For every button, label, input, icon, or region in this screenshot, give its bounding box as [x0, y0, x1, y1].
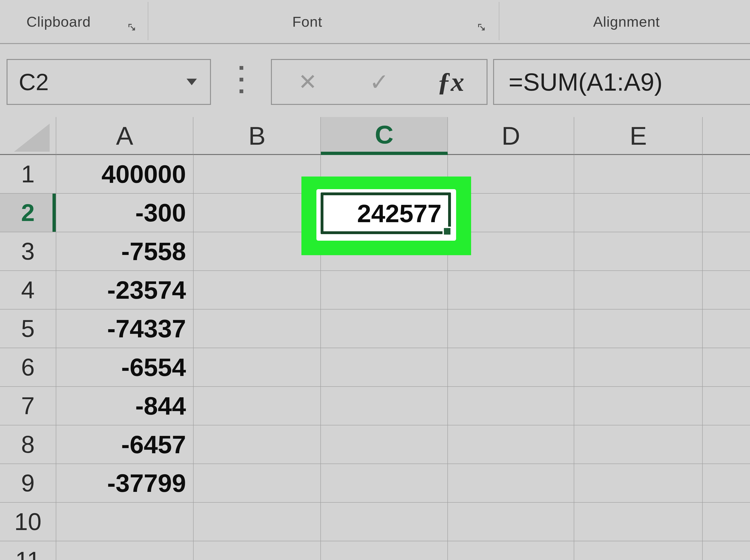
row-header-8[interactable]: 8	[0, 426, 56, 463]
cell-C4[interactable]	[321, 271, 448, 309]
name-box[interactable]: C2	[6, 59, 211, 105]
cell-B11[interactable]	[194, 541, 321, 560]
ribbon-group-font-label: Font	[260, 0, 354, 43]
cell-E6[interactable]	[574, 348, 703, 386]
cell-E4[interactable]	[574, 271, 703, 309]
cell-C6[interactable]	[321, 348, 448, 386]
cell-partial-9[interactable]	[703, 464, 750, 502]
cell-E9[interactable]	[574, 464, 703, 502]
name-box-dropdown-icon[interactable]	[186, 79, 197, 85]
column-header-row: ABCDE	[0, 117, 750, 155]
cell-C5[interactable]	[321, 310, 448, 348]
cell-B8[interactable]	[194, 426, 321, 463]
select-all-corner[interactable]	[0, 117, 56, 155]
grid-row-6: 6-6554	[0, 348, 750, 387]
cell-partial-11[interactable]	[703, 541, 750, 560]
cell-E7[interactable]	[574, 387, 703, 425]
row-header-4[interactable]: 4	[0, 271, 56, 309]
column-header-D[interactable]: D	[448, 117, 574, 155]
cell-partial-7[interactable]	[703, 387, 750, 425]
row-header-10[interactable]: 10	[0, 503, 56, 541]
cell-partial-10[interactable]	[703, 503, 750, 541]
select-all-triangle-icon	[14, 124, 50, 152]
cell-B9[interactable]	[194, 464, 321, 502]
cell-partial-3[interactable]	[703, 232, 750, 270]
cell-D11[interactable]	[448, 541, 574, 560]
grid-row-7: 7-844	[0, 387, 750, 426]
cell-A5[interactable]: -74337	[56, 310, 194, 348]
cell-C8[interactable]	[321, 426, 448, 463]
cell-B6[interactable]	[194, 348, 321, 386]
cell-partial-6[interactable]	[703, 348, 750, 386]
enter-button[interactable]: ✓	[343, 68, 415, 96]
column-header-partial[interactable]	[703, 117, 750, 155]
cell-partial-8[interactable]	[703, 426, 750, 463]
cell-partial-2[interactable]	[703, 194, 750, 232]
group-divider	[499, 2, 499, 40]
cell-B5[interactable]	[194, 310, 321, 348]
row-number: 5	[21, 315, 35, 343]
cell-E2[interactable]	[574, 194, 703, 232]
cell-D9[interactable]	[448, 464, 574, 502]
insert-function-button[interactable]: ƒx	[415, 66, 487, 97]
row-header-3[interactable]: 3	[0, 232, 56, 270]
fill-handle[interactable]	[442, 227, 452, 236]
cell-C7[interactable]	[321, 387, 448, 425]
cell-A1[interactable]: 400000	[56, 155, 194, 193]
font-dialog-launcher-icon[interactable]	[476, 22, 488, 33]
cell-C11[interactable]	[321, 541, 448, 560]
cell-E5[interactable]	[574, 310, 703, 348]
cell-E10[interactable]	[574, 503, 703, 541]
cell-E3[interactable]	[574, 232, 703, 270]
row-selection-bar	[53, 194, 56, 232]
cell-B10[interactable]	[194, 503, 321, 541]
cell-partial-5[interactable]	[703, 310, 750, 348]
cell-A6[interactable]: -6554	[56, 348, 194, 386]
row-number: 7	[21, 392, 35, 420]
row-number: 1	[21, 160, 35, 188]
formula-bar-input[interactable]: =SUM(A1:A9)	[493, 59, 750, 105]
grid-row-10: 10	[0, 503, 750, 541]
cell-A9[interactable]: -37799	[56, 464, 194, 502]
row-header-6[interactable]: 6	[0, 348, 56, 386]
column-header-A[interactable]: A	[56, 117, 194, 155]
cell-E8[interactable]	[574, 426, 703, 463]
row-header-11[interactable]: 11	[0, 541, 56, 560]
column-header-E[interactable]: E	[574, 117, 703, 155]
row-number: 9	[21, 469, 35, 497]
cell-A7[interactable]: -844	[56, 387, 194, 425]
cell-D5[interactable]	[448, 310, 574, 348]
cell-D7[interactable]	[448, 387, 574, 425]
cell-E11[interactable]	[574, 541, 703, 560]
row-header-5[interactable]: 5	[0, 310, 56, 348]
cancel-button[interactable]: ✕	[272, 69, 343, 95]
selected-cell-C2[interactable]: 242577	[321, 192, 451, 234]
row-number: 4	[21, 276, 35, 304]
ribbon-group-alignment-label: Alignment	[579, 0, 673, 43]
cell-B7[interactable]	[194, 387, 321, 425]
cell-A4[interactable]: -23574	[56, 271, 194, 309]
cell-A8[interactable]: -6457	[56, 426, 194, 463]
column-header-B[interactable]: B	[193, 117, 321, 155]
cell-A2[interactable]: -300	[56, 194, 194, 232]
formula-bar-grip-dots-icon[interactable]	[239, 66, 243, 97]
cell-C10[interactable]	[321, 503, 448, 541]
cell-E1[interactable]	[574, 155, 703, 193]
cell-A3[interactable]: -7558	[56, 232, 194, 270]
cell-C9[interactable]	[321, 464, 448, 502]
cell-A11[interactable]	[56, 541, 194, 560]
column-header-C[interactable]: C	[321, 117, 448, 155]
cell-B4[interactable]	[194, 271, 321, 309]
row-header-9[interactable]: 9	[0, 464, 56, 502]
row-header-2[interactable]: 2	[0, 194, 56, 232]
cell-partial-4[interactable]	[703, 271, 750, 309]
cell-D8[interactable]	[448, 426, 574, 463]
cell-partial-1[interactable]	[703, 155, 750, 193]
clipboard-dialog-launcher-icon[interactable]	[126, 22, 138, 33]
cell-D4[interactable]	[448, 271, 574, 309]
row-header-1[interactable]: 1	[0, 155, 56, 193]
cell-A10[interactable]	[56, 503, 194, 541]
cell-D6[interactable]	[448, 348, 574, 386]
cell-D10[interactable]	[448, 503, 574, 541]
row-header-7[interactable]: 7	[0, 387, 56, 425]
